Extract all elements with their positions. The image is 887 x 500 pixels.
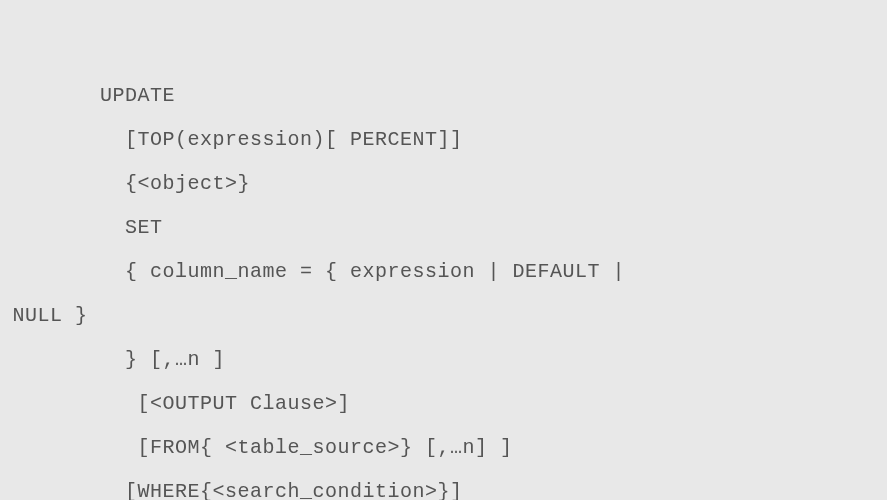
sql-syntax-block: UPDATE [TOP(expression)[ PERCENT]] {<obj… <box>0 30 887 500</box>
code-line: { column_name = { expression | DEFAULT | <box>0 250 887 294</box>
code-line: [WHERE{<search_condition>}] <box>0 470 887 500</box>
code-line: } [,…n ] <box>0 338 887 382</box>
code-line: [TOP(expression)[ PERCENT]] <box>0 118 887 162</box>
code-line: [<OUTPUT Clause>] <box>0 382 887 426</box>
code-line: SET <box>0 206 887 250</box>
code-line: {<object>} <box>0 162 887 206</box>
code-line: [FROM{ <table_source>} [,…n] ] <box>0 426 887 470</box>
code-line: NULL } <box>0 294 887 338</box>
code-line: UPDATE <box>0 74 887 118</box>
